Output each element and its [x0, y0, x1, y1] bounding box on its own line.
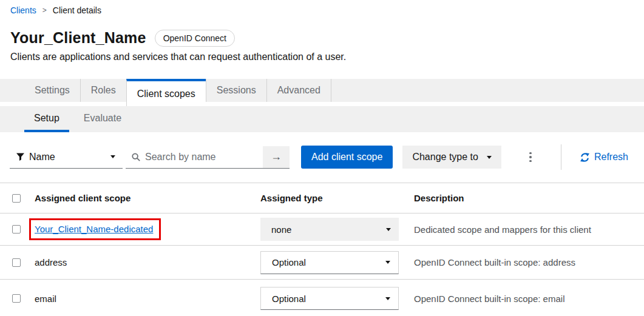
row-checkbox[interactable]	[12, 225, 21, 234]
highlight-box: Your_Client_Name-dedicated	[29, 218, 161, 240]
sub-tab-bar: Setup Evaluate	[0, 106, 644, 132]
search-box	[126, 146, 263, 169]
description-text: OpenID Connect built-in scope: address	[414, 257, 644, 267]
filter-type-label: Name	[29, 152, 55, 163]
filter-type-dropdown[interactable]: Name	[10, 146, 123, 169]
refresh-label: Refresh	[594, 152, 628, 163]
row-checkbox[interactable]	[12, 294, 21, 303]
tab-sessions[interactable]: Sessions	[206, 79, 266, 102]
tab-roles[interactable]: Roles	[80, 79, 126, 102]
assigned-type-select[interactable]: none	[260, 218, 399, 241]
toolbar-divider	[561, 144, 561, 170]
client-scopes-table: Assigned client scope Assigned type Desc…	[0, 183, 644, 316]
column-header-description: Description	[414, 193, 644, 203]
chevron-down-icon	[110, 155, 115, 158]
page-description: Clients are applications and services th…	[10, 52, 634, 62]
chevron-down-icon	[385, 261, 390, 264]
tab-evaluate[interactable]: Evaluate	[74, 106, 131, 132]
kebab-menu-button[interactable]	[524, 146, 537, 169]
chevron-down-icon	[385, 297, 390, 300]
change-type-dropdown[interactable]: Change type to	[402, 146, 501, 169]
arrow-right-icon: →	[271, 150, 282, 163]
breadcrumb-link-clients[interactable]: Clients	[10, 5, 36, 15]
tab-setup[interactable]: Setup	[24, 106, 69, 132]
search-input[interactable]	[145, 152, 258, 163]
row-checkbox[interactable]	[12, 258, 21, 267]
column-header-assigned-type: Assigned type	[260, 193, 414, 203]
assigned-type-value: Optional	[272, 294, 306, 304]
page-header: Your_Client_Name OpenID Connect	[10, 29, 634, 47]
assigned-type-value: none	[271, 224, 291, 235]
chevron-down-icon	[487, 156, 492, 159]
search-submit-button[interactable]: →	[263, 146, 290, 169]
change-type-label: Change type to	[412, 152, 478, 163]
assigned-type-select[interactable]: Optional	[260, 287, 399, 310]
table-header-row: Assigned client scope Assigned type Desc…	[0, 183, 644, 213]
breadcrumb-current: Client details	[53, 5, 101, 15]
client-scope-name: address	[35, 257, 260, 267]
description-text: Dedicated scope and mappers for this cli…	[414, 224, 644, 235]
search-icon	[132, 153, 140, 161]
tab-settings[interactable]: Settings	[24, 79, 80, 102]
filter-icon	[16, 153, 24, 161]
client-type-badge: OpenID Connect	[155, 30, 235, 47]
tab-advanced[interactable]: Advanced	[266, 79, 331, 102]
table-row: email Optional OpenID Connect built-in s…	[0, 280, 644, 316]
table-row: address Optional OpenID Connect built-in…	[0, 246, 644, 280]
refresh-button[interactable]: Refresh	[580, 152, 628, 163]
select-all-checkbox[interactable]	[12, 194, 21, 203]
description-text: OpenID Connect built-in scope: email	[414, 294, 644, 304]
kebab-icon	[529, 152, 532, 155]
main-tab-bar: Settings Roles Client scopes Sessions Ad…	[0, 79, 644, 102]
table-row: Your_Client_Name-dedicated none Dedicate…	[0, 213, 644, 246]
assigned-type-select[interactable]: Optional	[260, 251, 399, 274]
chevron-down-icon	[386, 228, 391, 231]
page-title: Your_Client_Name	[10, 29, 146, 47]
client-scope-link[interactable]: Your_Client_Name-dedicated	[35, 224, 153, 234]
refresh-icon	[580, 153, 589, 162]
tab-client-scopes[interactable]: Client scopes	[126, 79, 206, 106]
toolbar: Name → Add client scope Change type to	[0, 132, 644, 170]
client-scope-name: email	[35, 294, 260, 304]
tab-bar-gap	[0, 102, 644, 106]
add-client-scope-button[interactable]: Add client scope	[301, 146, 393, 169]
client-details-page: Clients > Client details Your_Client_Nam…	[0, 0, 644, 316]
assigned-type-value: Optional	[272, 257, 306, 267]
column-header-assigned-client-scope: Assigned client scope	[35, 193, 260, 203]
breadcrumb-separator: >	[42, 6, 47, 15]
breadcrumb: Clients > Client details	[0, 0, 644, 15]
